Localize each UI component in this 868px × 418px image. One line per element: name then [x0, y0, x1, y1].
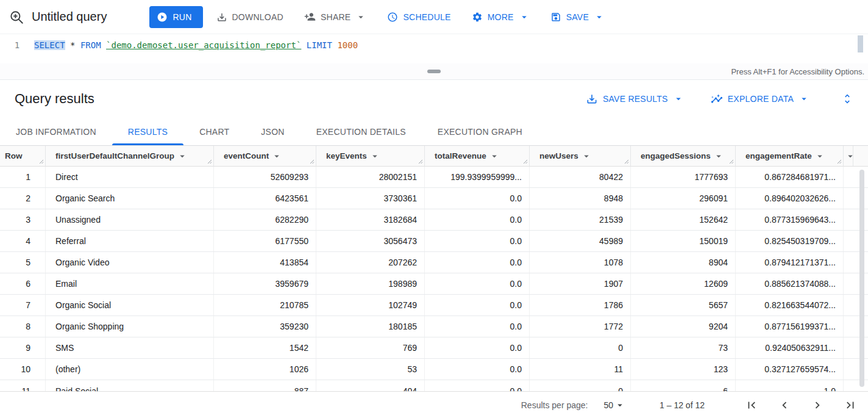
- save-button[interactable]: SAVE: [543, 6, 612, 28]
- cell-key-events: 28002151: [316, 167, 425, 187]
- cell-total-revenue: 0.0: [425, 231, 530, 251]
- chevron-down-icon: [673, 93, 684, 104]
- cell-overflow: [844, 359, 853, 380]
- column-menu-caret-icon[interactable]: [713, 151, 724, 162]
- table-scrollbar[interactable]: [859, 170, 864, 387]
- cell-overflow: [844, 316, 853, 337]
- chevron-right-icon: [811, 398, 824, 412]
- column-resize-handle[interactable]: [310, 159, 315, 164]
- editor-scrollbar[interactable]: [858, 35, 863, 52]
- cell-row-number: 4: [0, 231, 46, 251]
- cell-channel-group: Organic Video: [46, 252, 214, 273]
- cell-engaged-sessions: 152642: [631, 209, 736, 230]
- table-row: 2 Organic Search 6423561 3730361 0.0 894…: [0, 188, 868, 209]
- cell-key-events: 180185: [316, 316, 425, 337]
- cell-engagement-rate: 0.821663544072...: [736, 295, 844, 315]
- cell-engagement-rate: 0.924050632911...: [736, 337, 844, 358]
- page-size-select[interactable]: 50: [603, 400, 625, 411]
- column-menu-caret-icon[interactable]: [814, 151, 825, 162]
- next-page-button[interactable]: [811, 398, 824, 412]
- share-button[interactable]: SHARE: [297, 6, 374, 28]
- insights-chart-icon: [711, 93, 723, 105]
- previous-page-button[interactable]: [778, 398, 791, 412]
- table-body: 1 Direct 52609293 28002151 199.939995999…: [0, 167, 868, 392]
- column-label: Row: [5, 151, 23, 160]
- tab-job-information[interactable]: JOB INFORMATION: [0, 118, 112, 145]
- cell-new-users: 0: [530, 337, 631, 358]
- sql-table-ref-link[interactable]: `demo.demoset.user_acquisition_report`: [106, 40, 301, 50]
- schedule-button[interactable]: SCHEDULE: [380, 6, 458, 28]
- run-button[interactable]: RUN: [149, 6, 202, 28]
- column-resize-handle[interactable]: [624, 159, 629, 164]
- last-page-button[interactable]: [844, 398, 857, 412]
- column-header-newUsers[interactable]: newUsers: [530, 146, 631, 166]
- expand-results-button[interactable]: [841, 93, 853, 105]
- cell-new-users: 21539: [530, 209, 631, 230]
- cell-row-number: 5: [0, 252, 46, 273]
- column-resize-handle[interactable]: [837, 159, 842, 164]
- first-page-button[interactable]: [745, 398, 758, 412]
- cell-overflow: [844, 295, 853, 315]
- column-menu-caret-icon[interactable]: [177, 151, 188, 162]
- cell-row-number: 3: [0, 209, 46, 230]
- cell-event-count: 1026: [214, 359, 316, 380]
- column-header-totalRevenue[interactable]: totalRevenue: [425, 146, 530, 166]
- cell-new-users: 8948: [530, 188, 631, 209]
- cell-engagement-rate: 0.877315969643...: [736, 209, 844, 230]
- cell-channel-group: Email: [46, 273, 214, 294]
- sql-code-line[interactable]: SELECT * FROM `demo.demoset.user_acquisi…: [34, 34, 358, 63]
- column-resize-handle[interactable]: [729, 159, 734, 164]
- cell-row-number: 1: [0, 167, 46, 187]
- tab-chart[interactable]: CHART: [183, 118, 245, 145]
- column-menu-caret-icon[interactable]: [581, 151, 592, 162]
- cell-row-number: 10: [0, 359, 46, 380]
- chevron-down-icon: [355, 12, 366, 23]
- cell-overflow: [844, 252, 853, 273]
- more-button[interactable]: MORE: [464, 6, 537, 28]
- download-icon: [216, 12, 227, 23]
- tab-execution-graph[interactable]: EXECUTION GRAPH: [422, 118, 538, 145]
- column-header-keyEvents[interactable]: keyEvents: [316, 146, 425, 166]
- tab-json[interactable]: JSON: [245, 118, 300, 145]
- column-header-overflow[interactable]: [844, 146, 853, 166]
- splitter-drag-handle[interactable]: [427, 70, 441, 73]
- column-resize-handle[interactable]: [39, 159, 44, 164]
- cell-event-count: 6177550: [214, 231, 316, 251]
- column-menu-caret-icon[interactable]: [271, 151, 282, 162]
- sql-keyword-limit: LIMIT: [307, 40, 332, 50]
- column-header-engagedSessions[interactable]: engagedSessions: [631, 146, 736, 166]
- line-number: 1: [0, 34, 34, 63]
- column-header-engagementRate[interactable]: engagementRate: [736, 146, 844, 166]
- column-header-eventCount[interactable]: eventCount: [214, 146, 316, 166]
- column-resize-handle[interactable]: [207, 159, 212, 164]
- column-menu-caret-icon[interactable]: [369, 151, 380, 162]
- tab-results[interactable]: RESULTS: [112, 118, 183, 145]
- column-label: newUsers: [539, 151, 578, 160]
- cell-channel-group: Unassigned: [46, 209, 214, 230]
- tab-execution-details[interactable]: EXECUTION DETAILS: [301, 118, 422, 145]
- column-menu-caret-icon[interactable]: [489, 151, 500, 162]
- column-header-row[interactable]: Row: [0, 146, 46, 166]
- download-button[interactable]: DOWNLOAD: [209, 6, 291, 28]
- cell-engaged-sessions: 150019: [631, 231, 736, 251]
- cell-event-count: 887: [214, 380, 316, 392]
- cell-channel-group: Organic Shopping: [46, 316, 214, 337]
- column-label: keyEvents: [326, 151, 367, 160]
- editor-toolbar: Untitled query RUN DOWNLOAD SHARE SCHEDU…: [0, 0, 868, 34]
- explore-data-button[interactable]: EXPLORE DATA: [711, 93, 809, 105]
- query-results-header: Query results SAVE RESULTS EXPLORE DATA: [0, 80, 868, 118]
- table-row: 3 Unassigned 6282290 3182684 0.0 21539 1…: [0, 209, 868, 231]
- save-results-button[interactable]: SAVE RESULTS: [586, 93, 684, 105]
- sql-editor[interactable]: 1 SELECT * FROM `demo.demoset.user_acqui…: [0, 34, 868, 63]
- cell-event-count: 1542: [214, 337, 316, 358]
- column-resize-handle[interactable]: [418, 159, 423, 164]
- column-resize-handle[interactable]: [523, 159, 528, 164]
- more-label: MORE: [488, 12, 514, 22]
- chevron-down-icon: [614, 400, 625, 411]
- column-header-firstUserDefaultChannelGroup[interactable]: firstUserDefaultChannelGroup: [46, 146, 214, 166]
- share-label: SHARE: [321, 12, 350, 22]
- cell-overflow: [844, 273, 853, 294]
- page-size-value: 50: [603, 400, 613, 410]
- results-per-page-label: Results per page:: [521, 400, 588, 410]
- results-actions: SAVE RESULTS EXPLORE DATA: [559, 93, 853, 105]
